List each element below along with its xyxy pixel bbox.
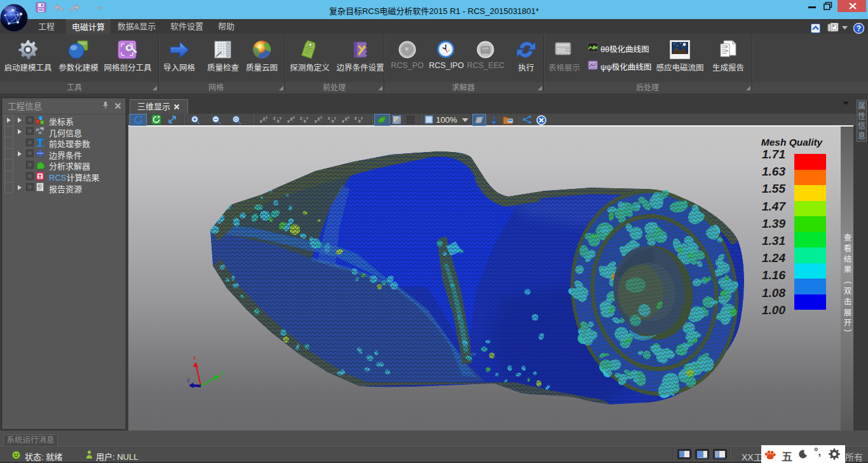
svg-text:x: x (193, 354, 196, 361)
svg-text:y: y (348, 115, 349, 119)
svg-text:x: x (277, 119, 280, 123)
svg-text:z: z (187, 377, 190, 384)
svg-text:y: y (221, 370, 224, 376)
svg-text:?: ? (857, 24, 861, 33)
svg-text:z: z (355, 116, 357, 120)
svg-text:z: z (328, 116, 330, 120)
svg-text:y: y (293, 115, 295, 119)
svg-text:x: x (287, 119, 290, 123)
svg-text:y: y (266, 115, 268, 119)
svg-text:y: y (361, 116, 363, 120)
svg-text:x: x (260, 119, 262, 123)
svg-text:y: y (280, 116, 281, 120)
svg-text:z: z (300, 116, 302, 120)
svg-text:x: x (358, 119, 361, 123)
svg-text:x: x (304, 119, 306, 123)
svg-text:x: x (332, 119, 334, 123)
svg-text:x: x (315, 119, 317, 123)
svg-text:y: y (334, 116, 336, 120)
svg-text:y: y (320, 115, 322, 119)
svg-text:z: z (273, 116, 276, 120)
svg-text:x: x (342, 119, 344, 123)
svg-text:y: y (306, 116, 308, 120)
